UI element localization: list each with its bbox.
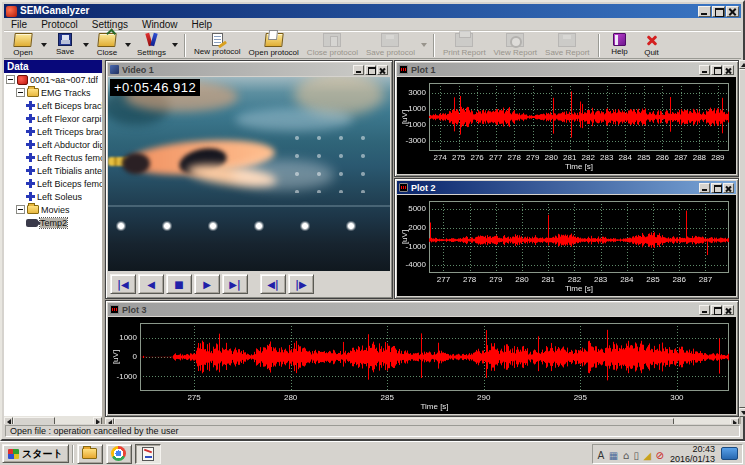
open-button-label: Open <box>13 48 33 57</box>
close-file-button[interactable]: Close <box>91 32 123 59</box>
video-titlebar[interactable]: Video 1 <box>108 63 390 76</box>
plot2-minimize-button[interactable] <box>699 183 710 193</box>
video-frame: +0:05:46.912 <box>108 77 390 271</box>
battery-icon[interactable]: ▯ <box>633 450 639 461</box>
taskbar-semganalyzer-button[interactable] <box>135 444 161 464</box>
expand-toggle[interactable] <box>6 75 15 84</box>
tree-item-left-soleus[interactable]: Left Soleus <box>4 190 102 203</box>
open-button-dropdown[interactable] <box>39 32 49 59</box>
save-button-dropdown[interactable] <box>81 32 91 59</box>
tree-item-left-biceps-brach[interactable]: Left Biceps brach <box>4 99 102 112</box>
surface-reflection <box>235 108 353 131</box>
settings-button-label: Settings <box>137 48 166 57</box>
plot3-titlebar[interactable]: Plot 3 <box>108 303 736 316</box>
tree-group-movies[interactable]: Movies <box>4 203 102 216</box>
plot3-window: Plot 3 <box>105 300 739 417</box>
settings-tools-icon <box>142 33 160 47</box>
save-report-icon <box>558 33 576 47</box>
start-button[interactable]: スタート <box>2 444 69 463</box>
tree-group-emg-tracks[interactable]: EMG Tracks <box>4 86 102 99</box>
settings-button[interactable]: Settings <box>133 32 170 59</box>
plot3-maximize-button[interactable] <box>711 305 722 315</box>
save-button[interactable]: Save <box>49 32 81 59</box>
play-button[interactable]: ▶ <box>194 274 220 294</box>
emg-track-icon <box>26 179 35 188</box>
minimize-button[interactable] <box>698 6 711 17</box>
tree-item-left-tibialis-anter[interactable]: Left Tibialis anter <box>4 164 102 177</box>
plot1-maximize-button[interactable] <box>711 65 722 75</box>
tray-icons: A ▦ ⌂ ▯ ◢ ⊘ <box>597 445 664 463</box>
emg-track-icon <box>26 140 35 149</box>
expand-toggle[interactable] <box>16 88 25 97</box>
status-bar: Open file : operation cancelled by the u… <box>4 424 741 437</box>
menu-file[interactable]: File <box>4 18 34 31</box>
new-protocol-icon <box>212 33 223 46</box>
tree-item-left-flexor-carpi-r[interactable]: Left Flexor carpi r <box>4 112 102 125</box>
plot3-close-button[interactable] <box>723 305 734 315</box>
menu-help[interactable]: Help <box>185 18 220 31</box>
swimmer-head <box>122 153 150 174</box>
folder-icon <box>27 205 39 214</box>
app-titlebar[interactable]: SEMGanalyzer <box>4 4 741 18</box>
open-protocol-button[interactable]: Open protocol <box>245 32 303 59</box>
video-close-button[interactable] <box>377 65 388 75</box>
tree-item-left-biceps-femor[interactable]: Left Biceps femor <box>4 177 102 190</box>
video-maximize-button[interactable] <box>365 65 376 75</box>
tree-root-0001-aa-007-tdf[interactable]: 0001~aa~007.tdf <box>4 73 102 86</box>
step-back-button[interactable]: ◀| <box>260 274 286 294</box>
flag-icon[interactable]: ⌂ <box>623 450 629 461</box>
taskbar-chrome-button[interactable] <box>106 444 132 464</box>
plot2-titlebar[interactable]: Plot 2 <box>397 181 736 194</box>
mdi-vscrollbar[interactable] <box>739 60 745 417</box>
help-button[interactable]: Help <box>604 32 636 59</box>
plot2-window: Plot 2 <box>394 178 739 299</box>
scroll-up-arrow[interactable] <box>739 60 745 69</box>
tree-item-left-triceps-brach[interactable]: Left Triceps brach <box>4 125 102 138</box>
show-desktop-icon[interactable] <box>721 447 738 460</box>
tree-item-left-rectus-femor[interactable]: Left Rectus femor <box>4 151 102 164</box>
plot2-maximize-button[interactable] <box>711 183 722 193</box>
taskbar-explorer-button[interactable] <box>77 444 103 464</box>
plot1-minimize-button[interactable] <box>699 65 710 75</box>
quit-button[interactable]: Quit <box>636 32 668 59</box>
expand-toggle[interactable] <box>16 205 25 214</box>
scroll-thumb[interactable] <box>739 69 745 408</box>
close-file-button-dropdown[interactable] <box>123 32 133 59</box>
tree-item-label: EMG Tracks <box>41 88 91 98</box>
ime-indicator-icon[interactable]: A <box>597 450 604 461</box>
menu-protocol[interactable]: Protocol <box>34 18 85 31</box>
emg-track-icon <box>26 114 35 123</box>
play-backward-button[interactable]: ◀ <box>138 274 164 294</box>
plot2-waveform-canvas <box>397 195 736 296</box>
close-folder-icon <box>97 33 116 47</box>
plot3-minimize-button[interactable] <box>699 305 710 315</box>
stop-button[interactable]: ■ <box>166 274 192 294</box>
tree-item-temp2[interactable]: Temp2 <box>4 216 102 229</box>
go-to-start-button[interactable]: |◀ <box>110 274 136 294</box>
plot1-close-button[interactable] <box>723 65 734 75</box>
maximize-button[interactable] <box>712 6 725 17</box>
video-minimize-button[interactable] <box>353 65 364 75</box>
open-button[interactable]: Open <box>7 32 39 59</box>
volume-icon[interactable]: ◢ <box>643 450 651 461</box>
close-button[interactable] <box>726 6 739 17</box>
save-report-button-label: Save Report <box>545 48 589 57</box>
new-protocol-button[interactable]: New protocol <box>190 32 245 59</box>
plot2-close-button[interactable] <box>723 183 734 193</box>
plot1-titlebar[interactable]: Plot 1 <box>397 63 736 76</box>
scroll-down-arrow[interactable] <box>739 408 745 417</box>
monitor-icon[interactable]: ▦ <box>609 450 618 461</box>
step-forward-button[interactable]: |▶ <box>288 274 314 294</box>
open-protocol-icon <box>264 33 283 47</box>
taskbar-clock: 20:43 2016/01/13 <box>670 444 715 464</box>
plot2-window-icon <box>399 183 408 192</box>
settings-button-dropdown[interactable] <box>170 32 180 59</box>
chrome-icon <box>111 446 126 461</box>
menu-window[interactable]: Window <box>135 18 185 31</box>
go-to-end-button[interactable]: ▶| <box>222 274 248 294</box>
new-protocol-button-label: New protocol <box>194 47 241 56</box>
tree-item-left-abductor-digi[interactable]: Left Abductor digi <box>4 138 102 151</box>
quit-button-label: Quit <box>644 48 659 57</box>
alert-icon[interactable]: ⊘ <box>656 450 664 461</box>
save-protocol-icon <box>381 33 399 47</box>
